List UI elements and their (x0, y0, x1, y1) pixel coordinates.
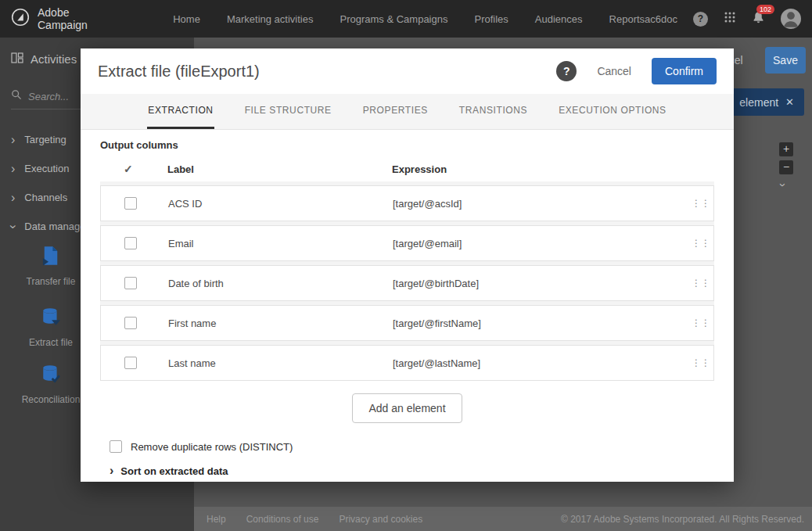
copyright-text: © 2017 Adobe Systems Incorporated. All R… (561, 514, 804, 525)
chevron-right-icon: › (11, 192, 15, 204)
dialog-tabs: EXTRACTION FILE STRUCTURE PROPERTIES TRA… (81, 94, 734, 130)
adobe-campaign-logo-icon (11, 8, 30, 30)
palette-item-label: Reconciliation (12, 394, 90, 405)
footer-link-help[interactable]: Help (207, 514, 226, 525)
top-nav: Home Marketing activities Programs & Cam… (173, 13, 645, 25)
avatar[interactable] (781, 9, 801, 29)
drag-handle-icon[interactable]: ⋮⋮ (692, 198, 713, 209)
distinct-checkbox[interactable] (110, 440, 122, 453)
nav-programs-campaigns[interactable]: Programs & Campaigns (340, 13, 447, 25)
nav-reports[interactable]: Reports (609, 13, 645, 25)
sidebar-item-label: Channels (24, 192, 67, 203)
tab-transitions[interactable]: TRANSITIONS (458, 94, 528, 129)
confirm-button[interactable]: Confirm (652, 58, 717, 84)
close-icon[interactable]: ✕ (785, 96, 794, 108)
row-label: ACS ID (168, 198, 393, 210)
tab-execution-options[interactable]: EXECUTION OPTIONS (558, 94, 667, 129)
sort-section-toggle[interactable]: › Sort on extracted data (100, 465, 714, 477)
extract-file-dialog: Extract file (fileExport1) ? Cancel Conf… (81, 48, 734, 482)
footer: Help Conditions of use Privacy and cooki… (194, 507, 812, 531)
drag-handle-icon[interactable]: ⋮⋮ (692, 357, 713, 368)
drag-handle-icon[interactable]: ⋮⋮ (692, 318, 713, 328)
notifications-bell-icon[interactable]: 102 (752, 11, 765, 27)
dialog-title: Extract file (fileExport1) (98, 63, 556, 81)
activities-icon (11, 52, 23, 66)
row-expression: [target/@firstName] (393, 318, 692, 329)
topbar-right: ac6doc ? 102 (645, 9, 801, 29)
row-expression: [target/@acsId] (393, 198, 692, 210)
output-columns-label: Output columns (100, 139, 714, 156)
footer-link-conditions[interactable]: Conditions of use (246, 514, 319, 525)
row-label: First name (168, 318, 393, 329)
zoom-out-button[interactable]: − (779, 160, 793, 174)
row-label: Email (168, 238, 393, 249)
sidebar-title: Activities (11, 52, 77, 66)
row-checkbox[interactable] (124, 357, 137, 369)
row-label: Last name (168, 357, 393, 369)
row-checkbox[interactable] (124, 277, 137, 289)
check-icon[interactable]: ✓ (100, 163, 167, 175)
dialog-help-icon[interactable]: ? (556, 61, 577, 81)
palette-item-transfer-file[interactable]: Transfer file (12, 246, 90, 287)
distinct-label: Remove duplicate rows (DISTINCT) (131, 441, 293, 453)
reconciliation-icon (41, 373, 61, 386)
columns-table-header: ✓ Label Expression (100, 156, 714, 181)
row-expression: [target/@lastName] (393, 357, 692, 369)
row-label: Date of birth (168, 278, 393, 289)
dialog-header: Extract file (fileExport1) ? Cancel Conf… (81, 48, 734, 94)
dialog-body: Output columns ✓ Label Expression ACS ID… (81, 130, 734, 482)
drag-handle-icon[interactable]: ⋮⋮ (692, 278, 713, 289)
table-row[interactable]: ACS ID [target/@acsId] ⋮⋮ (100, 185, 714, 221)
distinct-option: Remove duplicate rows (DISTINCT) (100, 440, 714, 453)
tab-properties[interactable]: PROPERTIES (362, 94, 429, 129)
row-expression: [target/@birthDate] (393, 278, 692, 289)
row-checkbox[interactable] (124, 317, 137, 329)
chevron-down-icon: › (7, 224, 20, 228)
palette-item-reconciliation[interactable]: Reconciliation (12, 364, 90, 405)
footer-link-privacy[interactable]: Privacy and cookies (339, 514, 422, 525)
help-icon[interactable]: ? (693, 12, 708, 27)
nav-home[interactable]: Home (173, 13, 200, 25)
add-element-button[interactable]: Add an element (352, 393, 462, 423)
columns-table-rows: ACS ID [target/@acsId] ⋮⋮ Email [target/… (100, 181, 714, 381)
search-icon (11, 89, 22, 103)
sidebar-item-label: Targeting (24, 134, 66, 145)
app-grid-icon[interactable] (724, 11, 736, 27)
transfer-file-icon (41, 255, 60, 268)
chevron-right-icon: › (110, 465, 113, 477)
palette-item-extract-file[interactable]: Extract file (12, 307, 90, 348)
palette-item-label: Extract file (12, 337, 90, 348)
topbar: Adobe Campaign Home Marketing activities… (0, 0, 812, 38)
sidebar-title-label: Activities (31, 52, 77, 66)
brand[interactable]: Adobe Campaign (11, 6, 106, 31)
tab-file-structure[interactable]: FILE STRUCTURE (244, 94, 332, 129)
table-row[interactable]: First name [target/@firstName] ⋮⋮ (100, 305, 714, 341)
chip-label: element (739, 96, 778, 109)
sort-section-label: Sort on extracted data (120, 465, 228, 477)
row-checkbox[interactable] (124, 237, 137, 249)
save-button[interactable]: Save (765, 47, 806, 74)
sidebar-item-label: Execution (24, 163, 69, 174)
label-column-header: Label (167, 163, 392, 175)
collapse-chevron-icon[interactable]: › (777, 183, 790, 187)
drag-handle-icon[interactable]: ⋮⋮ (692, 238, 713, 249)
brand-name: Adobe Campaign (38, 6, 106, 31)
row-checkbox[interactable] (124, 197, 137, 210)
chevron-right-icon: › (11, 163, 15, 175)
table-row[interactable]: Last name [target/@lastName] ⋮⋮ (100, 345, 714, 381)
notification-count-badge: 102 (756, 5, 774, 14)
chevron-right-icon: › (11, 134, 15, 146)
nav-audiences[interactable]: Audiences (535, 13, 583, 25)
cancel-button[interactable]: Cancel (597, 65, 631, 77)
table-row[interactable]: Email [target/@email] ⋮⋮ (100, 225, 714, 261)
nav-profiles[interactable]: Profiles (474, 13, 508, 25)
expression-column-header: Expression (392, 163, 692, 175)
row-expression: [target/@email] (393, 238, 692, 249)
username[interactable]: ac6doc (645, 13, 677, 25)
zoom-in-button[interactable]: + (779, 142, 793, 156)
palette-item-label: Transfer file (12, 276, 90, 287)
table-row[interactable]: Date of birth [target/@birthDate] ⋮⋮ (100, 265, 714, 301)
tab-extraction[interactable]: EXTRACTION (147, 94, 214, 129)
extract-file-icon (41, 316, 61, 329)
nav-marketing-activities[interactable]: Marketing activities (227, 13, 314, 25)
